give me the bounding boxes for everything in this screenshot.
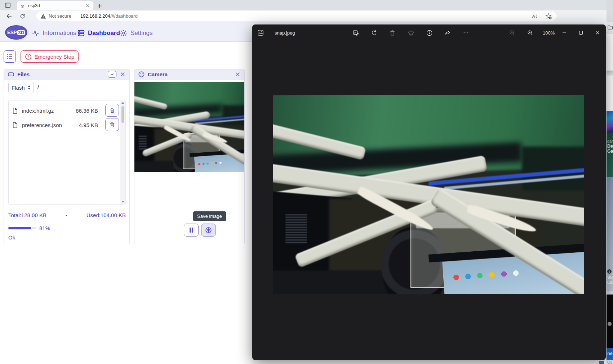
photo-snap-jpeg[interactable] — [273, 95, 584, 294]
gear-icon — [120, 29, 128, 37]
news-card-sky — [607, 177, 613, 291]
favorite-icon[interactable] — [405, 27, 416, 38]
emergency-stop-button[interactable]: Emergency Stop — [21, 50, 79, 63]
zoom-out-icon[interactable] — [507, 27, 518, 38]
scene-shape — [222, 105, 244, 125]
photos-app-icon — [257, 30, 264, 36]
nav-dashboard[interactable]: Dashboard — [77, 28, 120, 38]
save-image-tooltip: Save image — [193, 211, 226, 221]
vertical-tabs-icon[interactable] — [3, 2, 12, 9]
close-files-panel-icon[interactable] — [119, 71, 126, 78]
panels-menu-button[interactable] — [4, 50, 16, 63]
reload-icon[interactable] — [17, 11, 27, 21]
browser-tab[interactable]: esp3d — [17, 1, 93, 10]
security-label[interactable]: Not secure — [49, 13, 71, 19]
delete-file-button[interactable] — [105, 104, 119, 117]
select-arrows-icon — [28, 85, 31, 90]
pause-stream-button[interactable] — [184, 224, 199, 237]
close-button[interactable] — [589, 24, 606, 41]
usage-percent-label: 81% — [39, 225, 50, 231]
zoom-level-label[interactable]: 100% — [543, 30, 555, 36]
url-host: 192.168.2.204 — [80, 13, 110, 19]
file-name[interactable]: preferences.json — [22, 122, 75, 128]
file-row[interactable]: index.html.gz 86.36 KB — [12, 103, 108, 118]
esp3d-logo: ESP 3D — [5, 25, 27, 40]
scene-shape — [139, 136, 146, 149]
background-window: gar De Ga t Vis Lib ne — [607, 0, 613, 364]
tab-close-icon[interactable] — [85, 3, 90, 9]
totals-separator: - — [66, 212, 67, 218]
pause-icon — [189, 227, 194, 233]
card-text-fragment: Lib — [607, 280, 613, 285]
card-text-fragment: Vis — [607, 275, 613, 280]
tab-favicon — [20, 3, 25, 8]
new-tab-icon[interactable] — [96, 2, 103, 9]
edit-image-icon[interactable] — [350, 27, 361, 38]
tab-title: esp3d — [28, 3, 82, 8]
card-badge: t — [607, 269, 612, 274]
file-name[interactable]: index.html.gz — [22, 108, 72, 114]
nav-informations[interactable]: Informations — [32, 28, 76, 38]
news-card-teal: gar De Ga — [607, 132, 613, 177]
file-size: 4.95 KB — [79, 122, 98, 128]
delete-file-button[interactable] — [105, 118, 119, 131]
rotate-icon[interactable] — [369, 27, 379, 38]
current-path: / — [37, 84, 39, 91]
usage-progress-bar — [8, 227, 36, 229]
file-row[interactable]: preferences.json 4.95 KB — [12, 118, 108, 132]
server-icon — [77, 29, 85, 37]
scene-shape — [522, 147, 584, 190]
emergency-stop-label: Emergency Stop — [35, 54, 75, 60]
url-path: /#/dashboard — [110, 13, 138, 19]
close-camera-panel-icon[interactable] — [234, 71, 241, 78]
scrollbar-thumb[interactable] — [121, 106, 124, 123]
status-text: Ok — [8, 234, 15, 241]
file-icon — [12, 107, 18, 114]
read-aloud-icon[interactable]: A — [532, 13, 539, 19]
collapse-panel-button[interactable] — [108, 71, 116, 78]
used-space-label: Used:104.00 KB — [86, 212, 126, 218]
minimize-button[interactable] — [556, 24, 573, 41]
scene-shape — [285, 214, 307, 244]
storage-drive-icon — [8, 71, 14, 78]
maximize-button[interactable] — [573, 24, 589, 41]
news-card-blue-bar: ne — [607, 348, 613, 360]
address-bar[interactable]: Not secure 192.168.2.204/#/dashboard A — [36, 11, 557, 21]
info-icon[interactable] — [424, 27, 435, 38]
screen: esp3d Not secure 192.168.2.204/#/dashboa… — [0, 0, 613, 364]
card-text-fragment: gar — [607, 139, 613, 143]
share-icon[interactable] — [442, 27, 453, 38]
total-space-label: Total:128.00 KB — [8, 212, 46, 218]
folder-icon — [608, 25, 613, 30]
back-icon[interactable] — [4, 11, 14, 21]
viewer-filename: snap.jpeg — [275, 30, 295, 36]
snapshot-button[interactable] — [201, 224, 216, 237]
file-icon — [12, 122, 18, 129]
camera-panel: Camera Save image — [134, 69, 245, 244]
background-browser-chrome — [607, 22, 613, 34]
warning-icon — [40, 13, 46, 19]
nav-settings[interactable]: Settings — [120, 28, 152, 38]
pulse-icon — [32, 29, 40, 37]
files-panel-header: Files — [4, 69, 129, 80]
emergency-icon — [25, 53, 32, 60]
card-text-fragment: ne — [607, 351, 613, 356]
background-blue-strip — [599, 361, 604, 364]
camera-panel-header: Camera — [134, 69, 244, 80]
photo-viewer-window: snap.jpeg — [252, 24, 606, 360]
webcam-icon — [138, 71, 145, 78]
background-shadow-band — [607, 71, 613, 76]
storage-select[interactable]: Flash — [8, 82, 34, 93]
more-icon[interactable] — [461, 27, 471, 38]
news-card-image — [607, 111, 613, 132]
zoom-in-icon[interactable] — [525, 27, 536, 38]
svg-text:A: A — [532, 14, 535, 18]
moon-image — [608, 322, 612, 326]
delete-icon[interactable] — [387, 27, 398, 38]
favorites-icon[interactable] — [545, 13, 552, 19]
news-card-dark — [607, 295, 613, 348]
menu-icon — [6, 53, 13, 60]
usage-progress-fill — [8, 227, 31, 229]
footer-text-fragment: Co. — [607, 360, 613, 364]
files-panel-title: Files — [17, 71, 105, 77]
